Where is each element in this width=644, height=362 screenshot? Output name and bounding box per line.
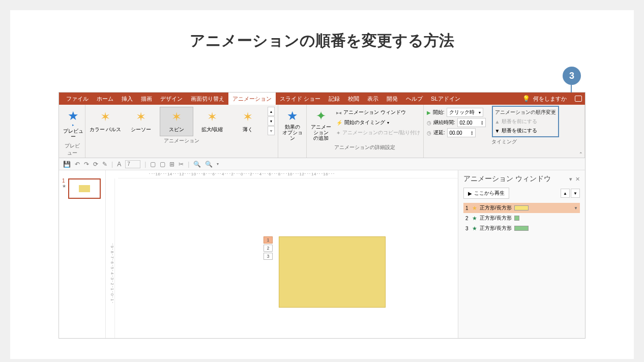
preview-star-icon: ★	[68, 109, 79, 123]
vertical-ruler: ･9･8･7･6･5･4･3･2･1･0･1･	[106, 178, 115, 338]
tab-draw[interactable]: 描画	[137, 93, 156, 105]
qat-icon-3[interactable]: ⊞	[169, 161, 174, 168]
animation-pane-button[interactable]: ▸◂アニメーション ウィンドウ	[336, 108, 420, 117]
triangle-up-icon: ▲	[495, 119, 500, 125]
qat-brush-icon[interactable]: ✎	[102, 161, 107, 168]
qat-icon-2[interactable]: ▢	[160, 161, 165, 168]
pane-close-icon[interactable]: ✕	[575, 176, 580, 183]
animation-pane: アニメーション ウィンドウ ▾ ✕ ▶ここから再生 ▲ ▼ 1★正方形/長方形▼…	[458, 170, 585, 338]
tab-design[interactable]: デザイン	[156, 93, 187, 105]
start-row: ▶ 開始: クリック時▾	[427, 108, 486, 117]
animation-order-tags: 1 2 3	[264, 236, 273, 260]
tab-help[interactable]: ヘルプ	[402, 93, 427, 105]
ribbon-tabs: ファイル ホーム 挿入 描画 デザイン 画面切り替え アニメーション スライド …	[59, 93, 585, 105]
effect-options-star-icon: ★	[287, 109, 298, 123]
anim-gallery-item-0[interactable]: ✶カラー パルス	[89, 107, 122, 136]
trigger-button[interactable]: ⚡開始のタイミング ▾	[336, 118, 420, 127]
group-label-timing: タイミング	[427, 138, 581, 145]
tab-developer[interactable]: 開発	[383, 93, 402, 105]
tab-record[interactable]: 記録	[325, 93, 344, 105]
qat-icon-4[interactable]: ✂	[179, 161, 184, 168]
qat-zoom-out-icon[interactable]: 🔍	[205, 161, 213, 168]
timeline-bar	[514, 216, 519, 221]
tab-review[interactable]: 校閲	[344, 93, 363, 105]
group-label-preview: プレビュー	[62, 142, 82, 157]
row-menu-caret-icon[interactable]: ▼	[574, 206, 578, 210]
qat-save-icon[interactable]: 💾	[63, 161, 71, 168]
timeline-bar	[514, 205, 529, 210]
anim-effect-star-icon: ✶	[171, 110, 182, 124]
page-title: アニメーションの順番を変更する方法	[10, 31, 634, 51]
slide-thumbnail-1[interactable]	[68, 178, 101, 199]
anim-pane-row-1[interactable]: 2★正方形/長方形	[463, 213, 580, 223]
pane-dropdown-icon[interactable]: ▾	[569, 176, 572, 183]
pane-move-down-button[interactable]: ▼	[571, 189, 580, 198]
anim-gallery-item-4[interactable]: ✶薄く	[231, 107, 265, 136]
tab-home[interactable]: ホーム	[93, 93, 118, 105]
play-icon: ▶	[427, 110, 431, 115]
add-animation-button[interactable]: ✦ アニメーション の追加	[310, 107, 332, 143]
animation-painter-button: ✦アニメーションのコピー/貼り付け	[336, 128, 420, 137]
add-animation-star-icon: ✦	[316, 109, 326, 123]
anim-tag-2[interactable]: 2	[264, 245, 273, 252]
qat-undo-icon[interactable]: ↶	[75, 161, 80, 168]
move-later-button[interactable]: ▼順番を後にする	[495, 126, 556, 135]
anim-tag-3[interactable]: 3	[264, 253, 273, 260]
group-label-advanced: アニメーションの詳細設定	[310, 144, 420, 151]
slide-canvas: ･･･16･･･14･･･12･･･10･･･8･･･6･･･4･･･2･･･0…	[106, 170, 458, 338]
anim-effect-star-icon: ✶	[100, 110, 110, 124]
qat-zoom-in-icon[interactable]: 🔍	[193, 161, 201, 168]
horizontal-ruler: ･･･16･･･14･･･12･･･10･･･8･･･6･･･4･･･2･･･0…	[118, 170, 458, 178]
ribbon-body: ★ ▸ プレビュー プレビュー ✶カラー パルス✶シーソー✶スピン✶拡大/収縮✶…	[59, 105, 585, 158]
anim-pane-row-0[interactable]: 1★正方形/長方形▼	[463, 203, 580, 213]
tab-transitions[interactable]: 画面切り替え	[187, 93, 228, 105]
comments-icon[interactable]	[575, 96, 582, 102]
quick-access-toolbar: 💾 ↶ ↷ ⟳ ✎ | A 7 | ▢ ▢ ⊞ ✂ | 🔍 🔍 ▾	[59, 158, 585, 170]
gallery-down-button[interactable]: ▾	[268, 116, 275, 126]
gallery-up-button[interactable]: ▴	[268, 107, 275, 116]
move-earlier-button: ▲順番を前にする	[495, 117, 556, 126]
qat-icon-1[interactable]: ▢	[150, 161, 156, 168]
tab-sladdin[interactable]: SLアドイン	[427, 93, 464, 105]
clock-icon: ◷	[427, 120, 431, 126]
group-label-animation: アニメーション	[89, 137, 275, 144]
effect-options-button[interactable]: ★ 効果の オプション	[281, 107, 304, 143]
qat-font-size-input[interactable]: 7	[125, 160, 140, 168]
slide-rectangle-shape[interactable]	[279, 236, 386, 308]
qat-font-button[interactable]: A	[117, 161, 121, 168]
qat-refresh-icon[interactable]: ⟳	[93, 161, 98, 168]
anim-gallery-item-3[interactable]: ✶拡大/収縮	[195, 107, 229, 136]
tell-me-search[interactable]: 何をしますか	[533, 95, 567, 103]
duration-row: ◷ 継続時間: 02.00▴▾	[427, 118, 486, 127]
qat-redo-icon[interactable]: ↷	[84, 161, 89, 168]
anim-effect-star-icon: ✶	[136, 110, 146, 124]
pane-move-up-button[interactable]: ▲	[561, 189, 570, 198]
play-triangle-icon: ▶	[468, 191, 472, 196]
anim-gallery-item-1[interactable]: ✶シーソー	[124, 107, 158, 136]
anim-gallery-item-2[interactable]: ✶スピン	[160, 107, 193, 136]
tab-animations[interactable]: アニメーション	[228, 93, 276, 105]
tab-slideshow[interactable]: スライド ショー	[276, 93, 325, 105]
workspace: 1 ★ ･･･16･･･14･･･12･･･10･･･8･･･6･･･4･･･2…	[59, 170, 585, 338]
duration-input[interactable]: 02.00▴▾	[457, 118, 486, 127]
callout-badge: 3	[563, 67, 581, 85]
delay-input[interactable]: 00.00▴▾	[447, 128, 476, 137]
anim-pane-row-2[interactable]: 3★正方形/長方形	[463, 223, 580, 233]
thumbnail-number: 1	[62, 178, 66, 184]
delay-clock-icon: ◷	[427, 130, 431, 136]
powerpoint-window: ファイル ホーム 挿入 描画 デザイン 画面切り替え アニメーション スライド …	[58, 92, 586, 339]
gallery-more-button[interactable]: ▿	[268, 126, 275, 135]
preview-button[interactable]: ★ ▸ プレビュー	[62, 107, 84, 141]
anim-tag-1[interactable]: 1	[264, 236, 273, 244]
animation-pane-title: アニメーション ウィンドウ	[463, 174, 551, 184]
timeline-bar	[514, 226, 529, 231]
play-from-here-button[interactable]: ▶ここから再生	[463, 188, 509, 199]
tab-insert[interactable]: 挿入	[118, 93, 137, 105]
tab-file[interactable]: ファイル	[62, 93, 93, 105]
delay-row: ◷ 遅延: 00.00▴▾	[427, 128, 486, 137]
slide-thumbnail-panel: 1 ★	[59, 170, 106, 338]
ribbon-collapse-icon[interactable]: ⌃	[579, 152, 583, 157]
start-dropdown[interactable]: クリック時▾	[447, 108, 483, 117]
callout-connector	[571, 85, 572, 93]
tab-view[interactable]: 表示	[363, 93, 383, 105]
